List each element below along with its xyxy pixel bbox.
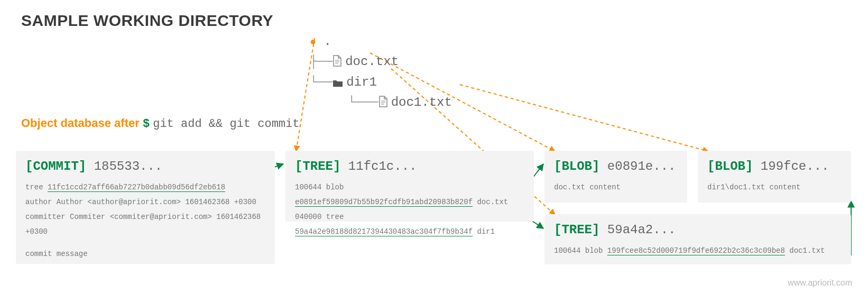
footer-watermark: www.apriorit.com [788,278,852,288]
subtitle: Object database after $ git add && git c… [21,116,299,131]
folder-icon [333,79,343,87]
commit-tree-hash: 11fc1ccd27aff66ab7227b0dabb09d56df2eb618 [48,183,225,191]
blob-hash: e0891e... [607,159,676,173]
blob-doc1-box: [BLOB] 199fce... dir1\doc1.txt content [698,151,851,203]
tree-entry-hash: 59a4a2e98188d8217394430483ac304f7fb9b34f [295,227,473,236]
blob-doc-box: [BLOB] e0891e... doc.txt content [544,151,687,203]
tree-entry-mode: 040000 tree [295,213,344,221]
blob-content: dir1\doc1.txt content [707,180,842,195]
tree-entry-hash: e0891ef59809d7b55b92fcdfb91abd20983b820f [295,198,473,206]
blob-hash: 199fce... [761,159,829,173]
file-tree: ● . ├──doc.txt └──dir1 └───doc1.txt [310,32,452,113]
blob-tag: [BLOB] [554,159,599,173]
commit-committer: committer Commiter <commiter@apriorit.co… [25,209,265,239]
blob-tag: [BLOB] [707,159,753,173]
blob-content: doc.txt content [554,180,678,195]
tree-root-label: . [324,34,331,49]
commit-tag: [COMMIT] [25,159,86,173]
tree-tag: [TREE] [295,159,340,173]
commit-tree-label: tree [25,183,48,191]
command-text: git add && git commit [153,117,299,131]
tree-root-box: [TREE] 11fc1c... 100644 blob e0891ef5980… [285,151,534,222]
commit-message: commit message [25,246,265,261]
tree-tag: [TREE] [554,223,599,237]
tree-entry-mode: 100644 blob [554,246,607,255]
tree-entry-name: doc1.txt [785,246,825,255]
tree-entry-name: doc.txt [473,198,508,206]
tree-hash: 11fc1c... [348,159,417,173]
tree-dir-label: dir1 [346,75,377,89]
prompt-symbol: $ [143,117,150,131]
subtitle-label: Object database after [21,116,140,130]
tree-entry-mode: 100644 blob [295,183,344,191]
tree-file-label: doc1.txt [391,95,452,109]
page-title: SAMPLE WORKING DIRECTORY [21,12,273,30]
tree-file-label: doc.txt [345,54,399,69]
file-icon [378,96,388,107]
tree-dir1-box: [TREE] 59a4a2... 100644 blob 199fcee8c52… [544,214,851,264]
file-icon [333,55,342,67]
tree-entry-hash: 199fcee8c52d000719f9dfe6922b2c36c3c09be8 [607,246,785,255]
commit-box: [COMMIT] 185533... tree 11fc1ccd27aff66a… [16,151,275,264]
commit-author: author Author <author@apriorit.com> 1601… [25,195,265,209]
commit-hash: 185533... [94,159,163,173]
tree-root-dot: ● [310,36,316,48]
tree-entry-name: dir1 [473,227,495,236]
tree-hash: 59a4a2... [607,223,676,237]
